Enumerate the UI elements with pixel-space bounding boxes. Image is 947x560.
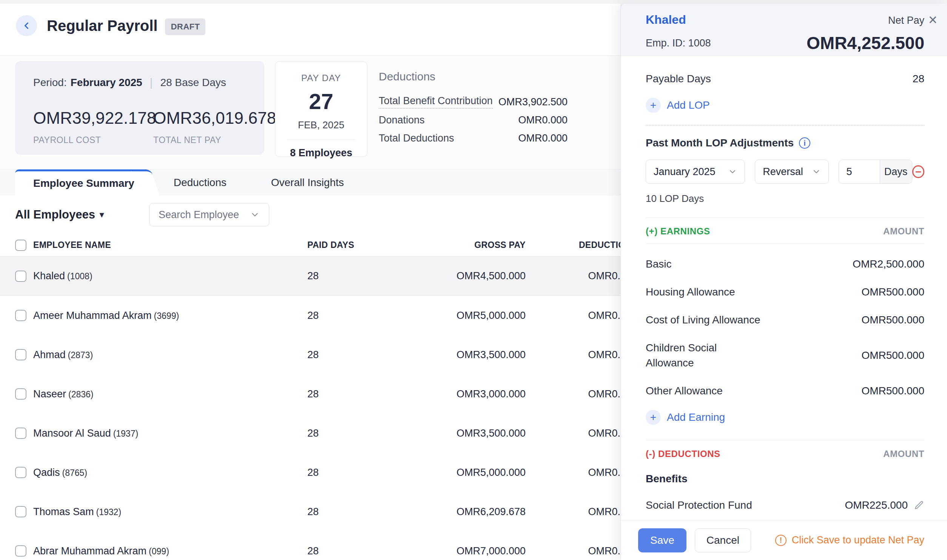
employee-name: Thomas Sam (33, 506, 94, 517)
deductions-cell: OMR0.000 (526, 545, 620, 557)
table-row[interactable]: Mansoor Al Saud(1937) 28 OMR3,500.000 OM… (0, 414, 620, 453)
summary-section: Period: February 2025 | 28 Base Days OMR… (0, 56, 620, 169)
paid-days-cell: 28 (305, 270, 369, 282)
save-warning: ! Click Save to update Net Pay (775, 534, 924, 546)
search-employee-select[interactable]: Search Employee (149, 203, 269, 226)
total-deductions-value: OMR0.000 (518, 132, 568, 144)
table-row[interactable]: Ameer Muhammad Akram(3699) 28 OMR5,000.0… (0, 296, 620, 335)
panel-footer: Save Cancel ! Click Save to update Net P… (621, 520, 947, 560)
gross-pay-cell: OMR5,000.000 (369, 310, 526, 322)
employee-name: Abrar Muhammad Akram (33, 545, 147, 557)
table-row[interactable]: Thomas Sam(1932) 28 OMR6,209.678 OMR0.00… (0, 492, 620, 531)
deductions-cell: OMR0.000 (526, 270, 620, 282)
total-deductions-label: Total Deductions (379, 132, 454, 144)
spf-row: Social Protection Fund OMR225.000 (646, 498, 924, 513)
spf-value-group: OMR225.000 (845, 499, 924, 511)
row-checkbox-cell (0, 545, 33, 557)
row-checkbox[interactable] (15, 349, 26, 360)
payable-days-row: Payable Days 28 (646, 73, 924, 85)
tab-deductions[interactable]: Deductions (157, 169, 243, 195)
employee-id: (1008) (67, 271, 92, 281)
total-net-pay-block: OMR36,019.678 TOTAL NET PAY (153, 109, 273, 145)
select-all-checkbox[interactable] (15, 240, 26, 251)
row-checkbox[interactable] (15, 506, 26, 517)
lop-type-select[interactable]: Reversal (755, 160, 828, 184)
table-row[interactable]: Naseer(2836) 28 OMR3,000.000 OMR0.000 (0, 374, 620, 414)
chevron-down-icon (812, 167, 821, 176)
row-checkbox[interactable] (15, 310, 26, 321)
earning-value: OMR500.000 (861, 385, 924, 397)
plus-icon: + (646, 98, 661, 113)
total-benefit-contribution-label[interactable]: Total Benefit Contribution (379, 95, 493, 109)
summary-amounts: OMR39,922.178 PAYROLL COST OMR36,019.678… (33, 109, 246, 145)
earning-label: Children Social Allowance (646, 340, 717, 371)
employee-name-link[interactable]: Khaled (646, 13, 686, 27)
lop-days-group: Days (839, 160, 912, 184)
page-title: Regular Payroll (47, 15, 157, 36)
employee-name-cell: Mansoor Al Saud(1937) (33, 428, 305, 439)
row-checkbox[interactable] (15, 271, 26, 282)
earning-row: Housing Allowance OMR500.000 (646, 285, 924, 300)
table-row[interactable]: Khaled(1008) 28 OMR4,500.000 OMR0.000 (0, 257, 620, 296)
save-button[interactable]: Save (638, 528, 686, 552)
earning-value: OMR500.000 (861, 286, 924, 298)
employee-table: EMPLOYEE NAME PAID DAYS GROSS PAY DEDUCT… (0, 234, 620, 560)
deductions-cell: OMR0.000 (526, 506, 620, 518)
row-checkbox-cell (0, 506, 33, 517)
employee-name-cell: Thomas Sam(1932) (33, 506, 305, 518)
lop-days-note: 10 LOP Days (646, 193, 924, 205)
row-checkbox[interactable] (15, 428, 26, 439)
row-checkbox[interactable] (15, 467, 26, 478)
donations-value: OMR0.000 (518, 114, 568, 126)
lop-days-input[interactable] (839, 160, 880, 183)
add-lop-button[interactable]: + Add LOP (646, 98, 924, 113)
add-lop-label: Add LOP (667, 99, 710, 111)
divider (287, 139, 355, 140)
employee-name-cell: Abrar Muhammad Akram(099) (33, 545, 305, 557)
paid-days-cell: 28 (305, 467, 369, 478)
cancel-button[interactable]: Cancel (695, 528, 751, 552)
deduction-summary-row: Total Benefit Contribution OMR3,902.500 (379, 93, 568, 111)
paid-days-cell: 28 (305, 388, 369, 400)
payday-day: 27 (275, 89, 367, 114)
donations-label: Donations (379, 114, 425, 126)
remove-lop-icon[interactable] (912, 165, 924, 178)
tab-overall-insights[interactable]: Overall Insights (254, 169, 361, 195)
all-employees-label: All Employees (15, 208, 95, 222)
employee-name-cell: Ameer Muhammad Akram(3699) (33, 310, 305, 322)
lop-type-value: Reversal (763, 166, 803, 178)
gross-pay-cell: OMR3,500.000 (369, 349, 526, 361)
table-row[interactable]: Ahmad(2873) 28 OMR3,500.000 OMR0.000 (0, 335, 620, 374)
lop-adjustments-title-text: Past Month LOP Adjustments (646, 137, 794, 149)
paid-days-cell: 28 (305, 349, 369, 361)
all-employees-dropdown[interactable]: All Employees ▾ (15, 208, 104, 222)
info-icon[interactable]: i (799, 137, 810, 149)
table-row[interactable]: Qadis(8765) 28 OMR5,000.000 OMR0.000 (0, 453, 620, 492)
payable-days-value: 28 (913, 73, 924, 85)
edit-icon[interactable] (914, 500, 924, 511)
lop-month-select[interactable]: January 2025 (646, 160, 745, 184)
add-earning-label: Add Earning (667, 411, 725, 423)
payroll-cost-block: OMR39,922.178 PAYROLL COST (33, 109, 153, 145)
employee-name: Ahmad (33, 349, 66, 360)
table-row[interactable]: Abrar Muhammad Akram(099) 28 OMR7,000.00… (0, 531, 620, 560)
close-icon[interactable]: × (928, 12, 937, 27)
deduction-summary-row: Donations OMR0.000 (379, 111, 568, 129)
employee-id: (1932) (96, 507, 121, 517)
paid-days-cell: 28 (305, 428, 369, 439)
employee-name: Naseer (33, 388, 66, 400)
earning-row: Children Social Allowance OMR500.000 (646, 340, 924, 371)
col-gross-pay: GROSS PAY (369, 240, 526, 250)
add-earning-button[interactable]: + Add Earning (646, 410, 924, 425)
employee-id: (1937) (113, 429, 138, 438)
total-benefit-contribution-value: OMR3,902.500 (498, 96, 568, 108)
tab-employee-summary[interactable]: Employee Summary (15, 169, 146, 195)
deductions-cell: OMR0.000 (526, 388, 620, 400)
deductions-cell: OMR0.000 (526, 310, 620, 322)
back-button[interactable] (16, 15, 37, 36)
main-area: Regular Payroll DRAFT Period: February 2… (0, 4, 620, 560)
base-days: 28 Base Days (160, 77, 226, 89)
row-checkbox[interactable] (15, 388, 26, 400)
row-checkbox[interactable] (15, 545, 26, 557)
row-checkbox-cell (0, 310, 33, 321)
